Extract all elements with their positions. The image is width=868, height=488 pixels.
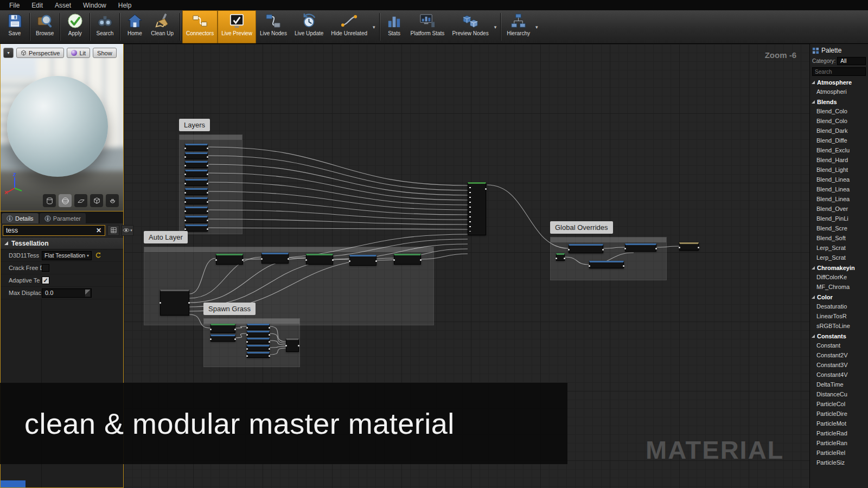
toolbar-clean-up-button[interactable]: Clean Up	[147, 10, 177, 43]
toolbar-live-preview-button[interactable]: Live Preview	[218, 10, 256, 43]
perspective-button[interactable]: Perspective	[16, 48, 64, 58]
comment-label-spawn-grass[interactable]: Spawn Grass	[203, 303, 256, 315]
palette-item-diffcolorke[interactable]: DiffColorKe	[810, 273, 868, 282]
palette-item-particlemot[interactable]: ParticleMot	[810, 419, 868, 429]
viewport-options-button[interactable]: ▾	[3, 48, 14, 58]
palette-item-particlerel[interactable]: ParticleRel	[810, 448, 868, 458]
palette-item-particlecol[interactable]: ParticleCol	[810, 400, 868, 409]
palette-item-blend-colo[interactable]: Blend_Colo	[810, 107, 868, 117]
toolbar-live-update-button[interactable]: Live Update	[291, 10, 327, 43]
graph-node[interactable]	[679, 242, 699, 251]
graph-node[interactable]	[210, 335, 235, 342]
palette-item-blend-exclu[interactable]: Blend_Exclu	[810, 146, 868, 156]
preview-shape-plane-icon[interactable]	[74, 194, 87, 207]
palette-search-input[interactable]	[813, 69, 865, 75]
graph-node[interactable]	[185, 224, 208, 232]
graph-node[interactable]	[185, 170, 208, 177]
palette-item-blend-scre[interactable]: Blend_Scre	[810, 224, 868, 234]
toolbar-save-button[interactable]: Save	[2, 10, 27, 43]
palette-item-blend-colo[interactable]: Blend_Colo	[810, 117, 868, 126]
tab-details[interactable]: Details	[2, 213, 39, 223]
max-displac-input[interactable]: 0.0	[42, 288, 92, 298]
tessellation-section-header[interactable]: Tessellation	[1, 237, 123, 249]
palette-item-blend-linea[interactable]: Blend_Linea	[810, 185, 868, 195]
palette-item-particlesiz[interactable]: ParticleSiz	[810, 458, 868, 468]
graph-node[interactable]	[306, 254, 333, 265]
toolbar-apply-button[interactable]: Apply	[62, 10, 87, 43]
lit-button[interactable]: Lit	[67, 48, 90, 58]
graph-node[interactable]	[160, 290, 189, 316]
graph-node[interactable]	[394, 254, 421, 265]
palette-category-blends[interactable]: Blends	[810, 97, 868, 107]
dropdown-arrow-icon[interactable]: ▾	[534, 10, 540, 43]
palette-search-box[interactable]	[812, 67, 866, 76]
palette-item-mf-chroma[interactable]: MF_Chroma	[810, 282, 868, 292]
graph-node[interactable]	[185, 152, 208, 159]
toolbar-hierarchy-button[interactable]: Hierarchy	[503, 10, 534, 43]
category-dropdown[interactable]: All	[837, 57, 866, 65]
palette-item-particleran[interactable]: ParticleRan	[810, 439, 868, 448]
palette-item-blend-over[interactable]: Blend_Over	[810, 204, 868, 214]
graph-node[interactable]	[247, 345, 270, 351]
graph-node[interactable]	[185, 161, 208, 168]
main-material-node[interactable]	[468, 182, 486, 235]
palette-item-constant[interactable]: Constant	[810, 341, 868, 351]
menu-help[interactable]: Help	[112, 1, 138, 10]
graph-node[interactable]	[185, 216, 208, 223]
graph-node[interactable]	[349, 255, 376, 266]
value-slider-grip-icon[interactable]	[85, 290, 90, 297]
palette-item-blend-hard[interactable]: Blend_Hard	[810, 156, 868, 165]
palette-item-particledire[interactable]: ParticleDire	[810, 409, 868, 419]
toolbar-search-button[interactable]: Search	[92, 10, 117, 43]
comment-label-auto-layer[interactable]: Auto Layer	[144, 231, 188, 243]
palette-item-distancecu[interactable]: DistanceCu	[810, 390, 868, 400]
graph-node[interactable]	[286, 338, 299, 352]
details-search-input[interactable]	[3, 227, 93, 234]
toolbar-platform-stats-button[interactable]: Platform Stats	[407, 10, 449, 43]
palette-item-blend-light[interactable]: Blend_Light	[810, 165, 868, 175]
preview-shape-sphere-icon[interactable]	[59, 194, 72, 207]
palette-item-lineartosr[interactable]: LinearTosR	[810, 312, 868, 322]
toolbar-stats-button[interactable]: Stats	[382, 10, 407, 43]
graph-node[interactable]	[569, 244, 603, 253]
clear-search-icon[interactable]: ✕	[93, 227, 105, 234]
palette-item-deltatime[interactable]: DeltaTime	[810, 380, 868, 390]
palette-item-blend-linea[interactable]: Blend_Linea	[810, 175, 868, 185]
palette-category-atmosphere[interactable]: Atmosphere	[810, 78, 868, 87]
details-search-box[interactable]: ✕	[3, 225, 105, 236]
tab-parameter[interactable]: Parameter	[40, 213, 86, 223]
d3d11tess-dropdown[interactable]: Flat Tessellation▾	[42, 251, 92, 260]
menu-window[interactable]: Window	[77, 1, 112, 10]
comment-label-global-overrides[interactable]: Global Overrides	[550, 221, 613, 234]
graph-node[interactable]	[216, 254, 243, 265]
graph-node[interactable]	[185, 144, 208, 151]
graph-node[interactable]	[185, 197, 208, 204]
preview-shape-teapot-icon[interactable]	[106, 194, 119, 207]
menu-asset[interactable]: Asset	[49, 1, 77, 10]
dropdown-arrow-icon[interactable]: ▾	[493, 10, 499, 43]
graph-node[interactable]	[247, 331, 270, 337]
visibility-filter-button[interactable]: ▾	[122, 225, 133, 236]
toolbar-connectors-button[interactable]: Connectors	[182, 10, 218, 43]
palette-item-particlerad[interactable]: ParticleRad	[810, 429, 868, 439]
toolbar-browse-button[interactable]: Browse	[32, 10, 58, 43]
palette-item-constant4v[interactable]: Constant4V	[810, 370, 868, 380]
palette-item-atmospheri[interactable]: Atmospheri	[810, 87, 868, 97]
palette-item-lerp-scrat[interactable]: Lerp_Scrat	[810, 243, 868, 253]
graph-node[interactable]	[261, 253, 289, 264]
palette-item-srgbtoline[interactable]: sRGBToLine	[810, 322, 868, 331]
palette-category-constants[interactable]: Constants	[810, 331, 868, 341]
toolbar-preview-nodes-button[interactable]: Preview Nodes	[448, 10, 492, 43]
graph-node[interactable]	[185, 188, 208, 195]
graph-node[interactable]	[556, 253, 565, 261]
dropdown-arrow-icon[interactable]: ▾	[371, 10, 377, 43]
preview-shape-cylinder-icon[interactable]	[43, 194, 56, 207]
palette-category-chromakeyin[interactable]: Chromakeyin	[810, 263, 868, 273]
toolbar-live-nodes-button[interactable]: Live Nodes	[256, 10, 291, 43]
graph-node[interactable]	[247, 352, 270, 358]
graph-node[interactable]	[210, 324, 235, 333]
toolbar-home-button[interactable]: Home	[122, 10, 147, 43]
crack-free-d-checkbox[interactable]	[42, 264, 49, 272]
palette-item-constant2v[interactable]: Constant2V	[810, 351, 868, 361]
graph-node[interactable]	[185, 179, 208, 186]
